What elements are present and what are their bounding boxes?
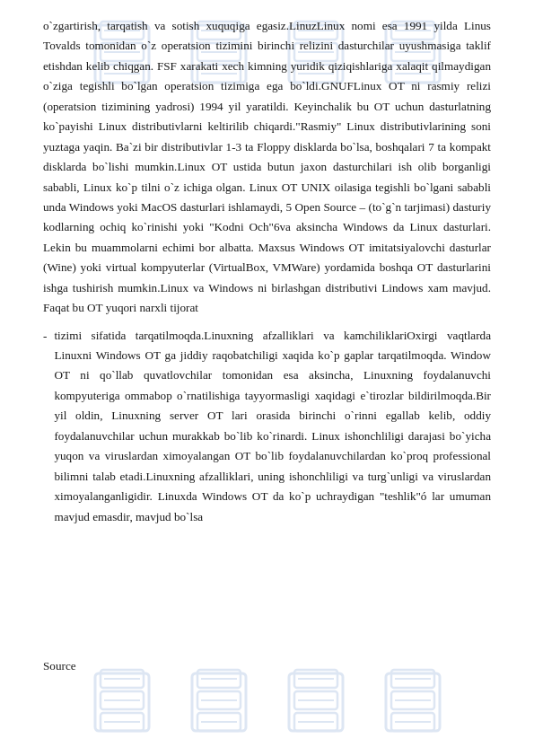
logo-icon-6 <box>188 666 249 738</box>
bullet-dash: - <box>43 326 47 527</box>
main-content: o`zgartirish, tarqatish va sotish xuquqi… <box>0 0 534 543</box>
source-label: Source <box>43 659 76 673</box>
svg-rect-30 <box>101 691 144 709</box>
bullet-section: - tizimi sifatida tarqatilmoqda.Linuxnin… <box>43 326 491 527</box>
svg-rect-45 <box>294 713 337 731</box>
svg-rect-49 <box>386 673 440 731</box>
watermark-bottom <box>0 648 534 756</box>
watermark-logo-bottom <box>92 666 443 738</box>
svg-rect-28 <box>95 673 149 731</box>
page: o`zgartirish, tarqatish va sotish xuquqi… <box>0 0 534 756</box>
svg-rect-31 <box>101 713 144 731</box>
paragraph-1: o`zgartirish, tarqatish va sotish xuquqi… <box>43 16 491 319</box>
svg-rect-38 <box>197 713 241 731</box>
svg-rect-52 <box>391 713 434 731</box>
logo-icon-7 <box>285 666 346 738</box>
svg-rect-51 <box>391 691 434 709</box>
svg-rect-42 <box>289 673 343 731</box>
svg-rect-35 <box>192 673 246 731</box>
svg-rect-50 <box>391 670 434 688</box>
logo-icon-5 <box>92 666 153 738</box>
svg-rect-36 <box>197 670 241 688</box>
logo-icon-8 <box>382 666 443 738</box>
svg-rect-43 <box>294 670 337 688</box>
paragraph-2: tizimi sifatida tarqatilmoqda.Linuxning … <box>54 326 491 527</box>
svg-rect-44 <box>294 691 337 709</box>
svg-rect-29 <box>101 670 144 688</box>
svg-rect-37 <box>197 691 241 709</box>
